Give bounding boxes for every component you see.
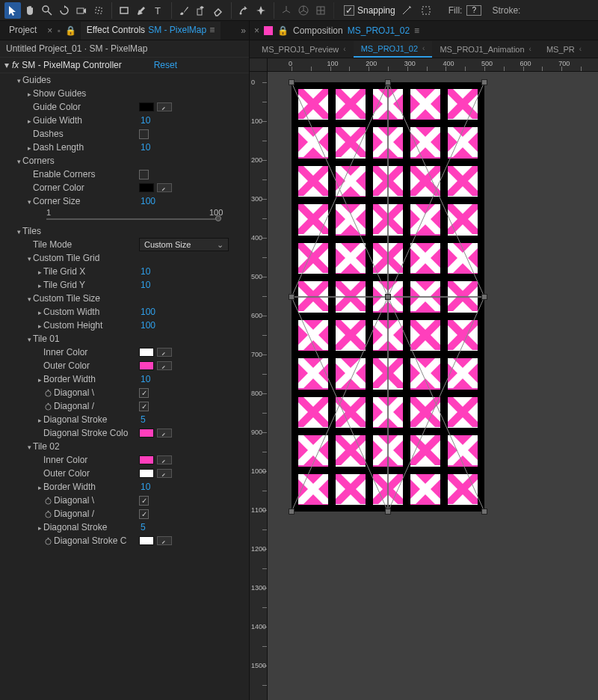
pen-tool[interactable] [133, 2, 150, 19]
t1-dsc-eyedrop[interactable] [157, 429, 172, 438]
grid-y-toggle[interactable] [36, 280, 43, 290]
tile-grid-x[interactable]: Tile Grid X [43, 266, 85, 277]
t1-outer-eyedrop[interactable] [157, 361, 172, 370]
enable-corners-check[interactable] [139, 170, 149, 179]
t1-d2-check[interactable] [139, 402, 149, 411]
t2-d2-check[interactable] [139, 509, 149, 519]
close-project-tab[interactable]: × [47, 25, 52, 36]
subtab-MS_PROJ1_Preview[interactable]: MS_PROJ1_Preview‹ [254, 42, 354, 57]
transform-handle[interactable] [481, 294, 487, 300]
selection-tool[interactable] [4, 2, 21, 19]
snapping-toggle[interactable]: ✓ Snapping [344, 2, 434, 19]
guide-color-eyedrop[interactable] [157, 102, 172, 111]
dash-length-value[interactable]: 10 [141, 142, 150, 153]
guide-color-swatch[interactable] [139, 102, 154, 111]
subtab-MS_PROJ1_Animation[interactable]: MS_PROJ1_Animation‹ [432, 42, 538, 57]
corner-color-swatch[interactable] [139, 183, 154, 192]
viewer[interactable]: 0100200300400500600700 01002003004005006… [250, 58, 598, 700]
custom-tile-size[interactable]: Custom Tile Size [33, 293, 100, 304]
corner-size-slider[interactable]: 1 100 [0, 208, 249, 224]
tile-size-toggle[interactable] [25, 293, 33, 304]
grid-x-toggle[interactable] [36, 266, 43, 277]
clone-tool[interactable] [193, 2, 209, 19]
lock-icon[interactable]: 🔒 [65, 25, 76, 36]
t1-bw-toggle[interactable] [36, 374, 43, 384]
transform-handle[interactable] [385, 79, 391, 85]
t2-dsc-swatch[interactable] [139, 536, 154, 545]
ch-toggle[interactable] [36, 320, 43, 331]
t2-dsc-stopwatch[interactable] [43, 536, 52, 545]
panel-overflow-icon[interactable]: » [241, 25, 246, 36]
reset-button[interactable]: Reset [154, 60, 244, 70]
fill-swatch[interactable]: ? [466, 5, 481, 16]
roto-tool[interactable] [235, 2, 252, 19]
transform-handle[interactable] [385, 294, 391, 300]
3d-view-axis[interactable] [312, 2, 329, 19]
comp-menu-icon[interactable]: ≡ [414, 25, 419, 36]
tile-grid-toggle[interactable] [25, 253, 33, 263]
zoom-tool[interactable] [39, 2, 55, 19]
guides-toggle[interactable] [15, 75, 22, 85]
t2-border-width[interactable]: Border Width [43, 482, 96, 492]
custom-height[interactable]: Custom Height [43, 320, 102, 331]
3d-local-axis[interactable] [278, 2, 295, 19]
t1-bw-value[interactable]: 10 [141, 374, 150, 384]
t1-ds-toggle[interactable] [36, 414, 43, 425]
guide-width-value[interactable]: 10 [141, 115, 150, 126]
close-comp-tab[interactable]: × [254, 25, 259, 36]
t1-d1-check[interactable] [139, 388, 149, 398]
rotate-tool[interactable] [56, 2, 73, 19]
anchor-tool[interactable] [90, 2, 107, 19]
dashlen-toggle[interactable] [25, 142, 33, 153]
snapping-checkbox[interactable]: ✓ [344, 5, 354, 16]
t2-inner-eyedrop[interactable] [157, 455, 172, 464]
snap-option-1[interactable] [398, 2, 415, 19]
t1-outer-swatch[interactable] [139, 361, 154, 370]
hand-tool[interactable] [22, 2, 38, 19]
t2-outer-eyedrop[interactable] [157, 469, 172, 478]
lock-icon[interactable]: 🔒 [277, 25, 289, 36]
transform-handle[interactable] [289, 79, 295, 85]
tab-menu-icon[interactable]: ≡ [209, 25, 215, 35]
tiles-group[interactable]: Tiles [22, 226, 41, 236]
dash-length[interactable]: Dash Length [33, 142, 84, 153]
custom-height-value[interactable]: 100 [141, 320, 155, 331]
guide-width[interactable]: Guide Width [33, 115, 82, 126]
corners-toggle[interactable] [15, 156, 22, 166]
transform-handle[interactable] [481, 509, 487, 515]
tile-mode-dropdown[interactable]: Custom Size [139, 238, 229, 251]
t1-d1-stopwatch[interactable] [43, 388, 52, 397]
rect-tool[interactable] [116, 2, 132, 19]
transform-handle[interactable] [481, 79, 487, 85]
t1-dsc-swatch[interactable] [139, 429, 154, 438]
comp-header-link[interactable]: MS_PROJ1_02 [348, 25, 410, 36]
project-tab[interactable]: Project [3, 22, 43, 40]
snap-option-2[interactable] [418, 2, 434, 19]
cw-toggle[interactable] [36, 307, 43, 317]
3d-world-axis[interactable] [295, 2, 312, 19]
corner-color-eyedrop[interactable] [157, 183, 172, 192]
t2-dsc-eyedrop[interactable] [157, 536, 172, 545]
tile01-toggle[interactable] [25, 334, 33, 344]
tile-grid-y-value[interactable]: 10 [141, 280, 150, 290]
show-guides[interactable]: Show Guides [33, 88, 86, 99]
transform-handle[interactable] [289, 294, 295, 300]
tile01-group[interactable]: Tile 01 [33, 334, 60, 344]
t1-border-width[interactable]: Border Width [43, 374, 96, 384]
corner-size-toggle[interactable] [25, 196, 33, 206]
t1-d2-stopwatch[interactable] [43, 402, 52, 411]
t2-diag-stroke[interactable]: Diagonal Stroke [43, 522, 107, 532]
subtab-MS_PR[interactable]: MS_PR‹ [539, 42, 589, 57]
corner-size-value[interactable]: 100 [141, 196, 155, 206]
tile-grid-x-value[interactable]: 10 [141, 266, 150, 277]
t2-d1-check[interactable] [139, 496, 149, 506]
ruler-vertical[interactable]: 0100200300400500600700800900100011001200… [250, 72, 268, 700]
subtab-MS_PROJ1_02[interactable]: MS_PROJ1_02‹ [354, 41, 433, 58]
custom-tile-grid[interactable]: Custom Tile Grid [33, 253, 99, 263]
custom-width-value[interactable]: 100 [141, 307, 155, 317]
t1-inner-eyedrop[interactable] [157, 348, 172, 357]
ruler-horizontal[interactable]: 0100200300400500600700 [268, 58, 598, 72]
t2-outer-swatch[interactable] [139, 469, 154, 478]
tile02-toggle[interactable] [25, 441, 33, 452]
puppet-tool[interactable] [253, 2, 269, 19]
